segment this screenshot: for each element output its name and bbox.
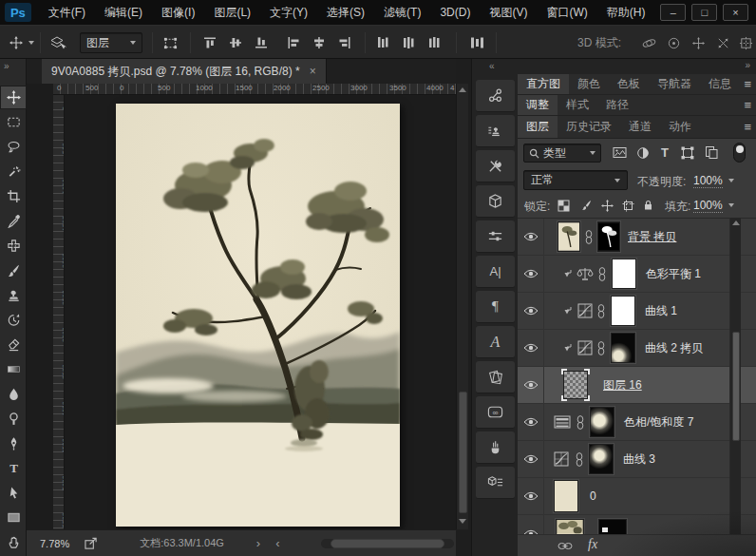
lock-all-icon[interactable] — [642, 199, 654, 211]
minimize-button[interactable]: – — [660, 4, 686, 21]
menu-file[interactable]: 文件(F) — [39, 0, 95, 25]
layers-scroll-thumb[interactable] — [732, 332, 740, 441]
panel-icon-clone-source[interactable] — [476, 115, 515, 147]
path-selection-tool[interactable] — [0, 481, 27, 505]
auto-select-layers-icon[interactable] — [49, 26, 66, 60]
layer-row-selected[interactable]: 图层 16 — [518, 367, 756, 404]
menu-3d[interactable]: 3D(D) — [430, 0, 480, 25]
layer-name[interactable]: 曲线 3 — [623, 451, 655, 468]
status-next-icon[interactable]: › — [256, 536, 260, 550]
show-transform-controls-icon[interactable] — [163, 26, 178, 60]
move-tool[interactable] — [0, 86, 27, 109]
layer-row[interactable]: 色相/饱和度 7 — [518, 404, 756, 441]
tab-layers[interactable]: 图层 — [518, 116, 558, 138]
menu-edit[interactable]: 编辑(E) — [95, 0, 152, 25]
layer-row[interactable]: 色彩平衡 1 — [518, 256, 756, 293]
link-layers-icon[interactable] — [558, 542, 573, 550]
healing-patch-tool[interactable] — [0, 234, 27, 258]
visibility-toggle[interactable] — [518, 219, 544, 256]
tab-adjustments[interactable]: 调整 — [518, 95, 558, 115]
3d-scale-icon[interactable] — [739, 26, 753, 60]
layer-name[interactable]: 0 — [590, 489, 596, 503]
filter-kind-pixel-icon[interactable] — [613, 146, 627, 159]
layer-name[interactable]: 色相/饱和度 7 — [624, 414, 693, 431]
scroll-down-icon[interactable] — [459, 519, 466, 524]
scroll-up-icon[interactable] — [459, 87, 466, 92]
filter-kind-smart-object-icon[interactable] — [705, 145, 718, 160]
layer-mask-thumbnail[interactable] — [590, 407, 614, 437]
mask-link-icon[interactable] — [585, 230, 593, 244]
menu-select[interactable]: 选择(S) — [317, 0, 374, 25]
distribute-bottom-edges-icon[interactable] — [427, 26, 441, 60]
crop-tool[interactable] — [0, 184, 27, 208]
canvas-hscroll-thumb[interactable] — [331, 539, 444, 548]
zoom-level-field[interactable]: 7.78% — [40, 538, 69, 549]
document-tab[interactable]: 9V0A0885 拷贝.psd @ 7.78% (图层 16, RGB/8) *… — [42, 59, 327, 84]
layer-row-partial[interactable] — [518, 515, 756, 534]
visibility-toggle[interactable] — [518, 515, 544, 534]
tool-preset-caret-icon[interactable] — [28, 26, 34, 60]
panel-icon-creative-cloud[interactable]: ∞ — [476, 396, 515, 429]
layer-name[interactable]: 曲线 1 — [645, 303, 677, 319]
mask-link-icon[interactable] — [576, 452, 583, 467]
layer-name[interactable]: 曲线 2 拷贝 — [645, 340, 703, 356]
align-horizontal-centers-icon[interactable] — [312, 26, 326, 60]
scroll-up-icon[interactable] — [732, 220, 740, 225]
marquee-tool[interactable] — [0, 110, 27, 134]
3d-slide-icon[interactable] — [716, 26, 730, 60]
status-prev-icon[interactable]: ‹ — [275, 536, 279, 550]
menu-image[interactable]: 图像(I) — [152, 0, 204, 25]
menu-window[interactable]: 窗口(W) — [537, 0, 596, 25]
layer-thumbnail[interactable] — [558, 221, 580, 252]
export-icon[interactable] — [85, 537, 98, 550]
quick-selection-tool[interactable] — [0, 160, 27, 183]
canvas-image[interactable] — [116, 104, 400, 527]
current-tool-move-icon[interactable] — [9, 26, 23, 60]
opacity-value[interactable]: 100% — [693, 174, 723, 188]
hand-tool[interactable] — [0, 530, 27, 554]
filter-kind-type-icon[interactable]: T — [661, 145, 669, 160]
layer-thumbnail[interactable] — [561, 369, 590, 401]
lock-pixels-icon[interactable] — [580, 200, 593, 212]
layer-row[interactable]: 曲线 3 — [518, 441, 756, 478]
type-tool[interactable]: T — [0, 456, 27, 480]
panel-icon-3d-properties[interactable] — [476, 467, 515, 499]
tab-channels[interactable]: 通道 — [620, 116, 660, 138]
panel-icon-3d[interactable] — [476, 185, 515, 218]
tab-paths[interactable]: 路径 — [597, 95, 637, 115]
tab-color[interactable]: 颜色 — [569, 74, 609, 94]
menu-help[interactable]: 帮助(H) — [597, 0, 655, 25]
eyedropper-tool[interactable] — [0, 209, 27, 233]
layer-row[interactable]: 0 — [518, 478, 756, 515]
visibility-toggle[interactable] — [518, 256, 544, 293]
3d-drag-icon[interactable] — [691, 26, 706, 60]
distribute-top-edges-icon[interactable] — [376, 26, 389, 60]
layer-filter-toggle[interactable] — [733, 143, 746, 163]
mask-link-icon[interactable] — [576, 415, 584, 430]
distribute-vertical-centers-icon[interactable] — [402, 26, 415, 60]
visibility-toggle[interactable] — [518, 404, 544, 441]
document-close-icon[interactable]: × — [310, 65, 316, 78]
canvas-vscroll-thumb[interactable] — [459, 392, 467, 513]
visibility-toggle[interactable] — [518, 441, 544, 478]
lock-transparency-icon[interactable] — [558, 200, 570, 212]
panel-menu-icon[interactable]: ≡ — [744, 77, 750, 91]
layer-name[interactable]: 色彩平衡 1 — [646, 266, 701, 282]
tab-styles[interactable]: 样式 — [558, 95, 597, 115]
visibility-toggle[interactable] — [518, 367, 544, 404]
history-brush-tool[interactable] — [0, 308, 27, 332]
caret-down-icon[interactable] — [728, 179, 734, 182]
canvas-vertical-scrollbar[interactable] — [456, 84, 468, 529]
strip-collapse-icon[interactable]: « — [489, 61, 495, 71]
panel-menu-icon[interactable]: ≡ — [744, 120, 750, 134]
layer-row[interactable]: 背景 拷贝 — [518, 219, 756, 256]
visibility-toggle[interactable] — [518, 293, 544, 330]
pen-tool[interactable] — [0, 431, 27, 455]
menu-view[interactable]: 视图(V) — [480, 0, 537, 25]
tab-actions[interactable]: 动作 — [660, 116, 700, 138]
3d-rotate-icon[interactable] — [642, 26, 656, 60]
tab-info[interactable]: 信息 — [700, 74, 740, 94]
layer-name[interactable]: 背景 拷贝 — [628, 229, 676, 245]
panel-icon-tool-presets[interactable] — [476, 150, 515, 182]
panels-collapse-icon[interactable]: » — [745, 60, 750, 70]
